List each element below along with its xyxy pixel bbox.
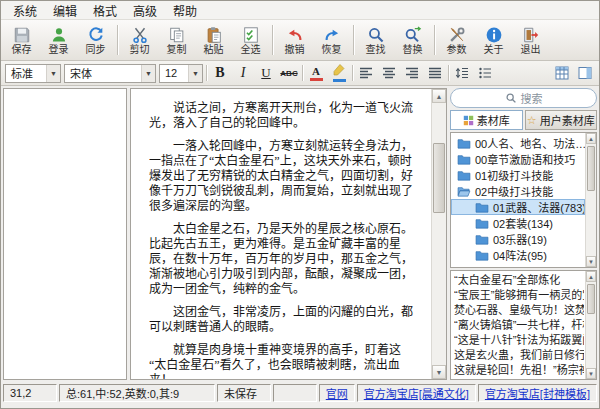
font-select[interactable]: 宋体 ▼ <box>64 64 156 83</box>
italic-button[interactable]: I <box>233 63 253 83</box>
snippet-item[interactable]: “太白金星石”全部炼化 <box>454 273 584 288</box>
folder-icon <box>457 138 471 149</box>
tree-item-intermediate-combat[interactable]: 02中级打斗技能 <box>451 183 585 199</box>
folder-icon <box>457 170 471 181</box>
snippet-list: “太白金星石”全部炼化 “宝辰王”能够拥有一柄灵的宝盒， 焚心石器、皇级气功！这… <box>451 271 585 379</box>
scrollbar-thumb[interactable] <box>587 146 595 191</box>
exit-label: 退出 <box>521 45 541 55</box>
material-tree-pane: 00人名、地名、功法… 00章节激励语和技巧 01初级打斗技能 02中级打斗技能 <box>450 132 597 268</box>
font-size-value: 12 <box>165 67 177 79</box>
menu-format[interactable]: 格式 <box>85 1 125 20</box>
clipboard-icon <box>205 26 223 44</box>
save-icon <box>13 26 31 44</box>
tree-scrollbar[interactable]: ▲ ▼ <box>585 133 596 267</box>
status-spacer <box>273 384 317 402</box>
insert-table-button[interactable] <box>552 63 572 83</box>
align-left-icon <box>359 66 373 80</box>
font-select-value: 宋体 <box>70 65 92 81</box>
menu-help[interactable]: 帮助 <box>165 1 205 20</box>
taobao-shop1-link[interactable]: 官方淘宝店[晨通文化] <box>364 385 469 401</box>
align-right-button[interactable] <box>402 63 422 83</box>
find-label: 查找 <box>366 45 386 55</box>
folder-icon <box>475 202 489 213</box>
scissors-icon <box>131 26 149 44</box>
tree-item-suits[interactable]: 02套装(134) <box>451 215 585 231</box>
align-left-button[interactable] <box>356 63 376 83</box>
font-size-select[interactable]: 12 ▼ <box>159 64 203 83</box>
editor-scrollbar[interactable]: ▲ ▼ <box>431 89 446 379</box>
exit-button[interactable]: 退出 <box>512 21 549 59</box>
copy-button[interactable]: 复制 <box>158 21 195 59</box>
chevron-down-icon: ▼ <box>46 65 60 82</box>
save-button[interactable]: 保存 <box>3 21 40 59</box>
scroll-down-icon[interactable]: ▼ <box>586 368 596 379</box>
snippet-item[interactable]: 这是玄火蛊，我们前日修行时才发… <box>454 348 584 363</box>
tree-item-weapons[interactable]: 01武器、法器(783) <box>451 199 585 215</box>
line-spacing-button[interactable] <box>452 63 472 83</box>
snippet-scrollbar[interactable]: ▲ ▼ <box>585 271 596 379</box>
menu-edit[interactable]: 编辑 <box>45 1 85 20</box>
redo-button[interactable]: 恢复 <box>313 21 350 59</box>
folder-icon <box>475 218 489 229</box>
strikethrough-button[interactable]: ABC <box>279 63 299 83</box>
search-input[interactable]: 搜索 <box>450 88 597 108</box>
search-icon <box>367 26 385 44</box>
find-button[interactable]: 查找 <box>357 21 394 59</box>
align-center-button[interactable] <box>379 63 399 83</box>
menu-advanced[interactable]: 高级 <box>125 1 165 20</box>
snippet-item[interactable]: “宝辰王”能够拥有一柄灵的宝盒， <box>454 288 584 303</box>
snippet-item[interactable]: 焚心石器、皇级气功！这焚心石… <box>454 303 584 318</box>
scroll-up-icon[interactable]: ▲ <box>586 133 596 144</box>
font-color-button[interactable]: A <box>306 63 326 83</box>
scroll-up-icon[interactable]: ▲ <box>586 271 596 282</box>
tab-user-material-library[interactable]: ☆ 用户素材库 <box>525 110 598 130</box>
tab-material-library[interactable]: 素材库 <box>450 110 523 130</box>
select-all-label: 全选 <box>241 45 261 55</box>
style-select[interactable]: 标准 ▼ <box>5 64 61 83</box>
scrollbar-thumb[interactable] <box>587 284 595 314</box>
redo-icon <box>323 26 341 44</box>
separator <box>448 65 449 81</box>
scrollbar-track[interactable] <box>432 103 446 365</box>
tree-item-basic-combat[interactable]: 01初级打斗技能 <box>451 167 585 183</box>
sidebar-panel-icon <box>578 66 592 80</box>
tree-item-label: 00人名、地名、功法… <box>475 135 585 151</box>
paste-button[interactable]: 粘贴 <box>195 21 232 59</box>
tree-item-chapter-tips[interactable]: 00章节激励语和技巧 <box>451 151 585 167</box>
snippet-item[interactable]: 这就是轮回！先祖！”杨宗禅隐隐… <box>454 363 584 378</box>
highlight-color-button[interactable] <box>329 63 349 83</box>
underline-button[interactable]: U <box>256 63 276 83</box>
align-center-icon <box>382 66 396 80</box>
official-site-link[interactable]: 官网 <box>326 385 348 401</box>
snippet-item[interactable]: “离火铸焰镇”一共七样，杆杆都是… <box>454 318 584 333</box>
text-editor[interactable]: 说话之间，方寒离开天刑台，化为一道飞火流光，落入了自己的轮回峰中。 一落入轮回峰… <box>131 89 431 379</box>
undo-button[interactable]: 撤销 <box>276 21 313 59</box>
settings-button[interactable]: 参数 <box>438 21 475 59</box>
toolbar-separator <box>117 25 118 55</box>
tree-item-names-places[interactable]: 00人名、地名、功法… <box>451 135 585 151</box>
menu-system[interactable]: 系统 <box>5 1 45 20</box>
bullet-list-button[interactable] <box>475 63 495 83</box>
scrollbar-track[interactable] <box>586 282 596 368</box>
scrollbar-thumb[interactable] <box>433 143 445 213</box>
about-button[interactable]: 关于 <box>475 21 512 59</box>
snippet-item[interactable]: “这是十八针”针法为拓跋翼阁所创… <box>454 333 584 348</box>
taobao-shop2-link[interactable]: 官方淘宝店[封神模板] <box>485 385 590 401</box>
save-label: 保存 <box>12 45 32 55</box>
bold-button[interactable]: B <box>210 63 230 83</box>
cut-button[interactable]: 剪切 <box>121 21 158 59</box>
select-all-button[interactable]: 全选 <box>232 21 269 59</box>
scrollbar-track[interactable] <box>586 144 596 256</box>
sync-button[interactable]: 同步 <box>77 21 114 59</box>
panel-toggle-button[interactable] <box>575 63 595 83</box>
scroll-down-icon[interactable]: ▼ <box>586 256 596 267</box>
replace-button[interactable]: 替换 <box>394 21 431 59</box>
scroll-up-icon[interactable]: ▲ <box>432 89 446 103</box>
chapter-list-panel[interactable] <box>3 88 127 380</box>
align-justify-button[interactable] <box>425 63 445 83</box>
toolbar-separator <box>272 25 273 55</box>
login-button[interactable]: 登录 <box>40 21 77 59</box>
tree-item-instruments[interactable]: 03乐器(19) <box>451 231 585 247</box>
scroll-down-icon[interactable]: ▼ <box>432 365 446 379</box>
tree-item-formations[interactable]: 04阵法(95) <box>451 247 585 263</box>
